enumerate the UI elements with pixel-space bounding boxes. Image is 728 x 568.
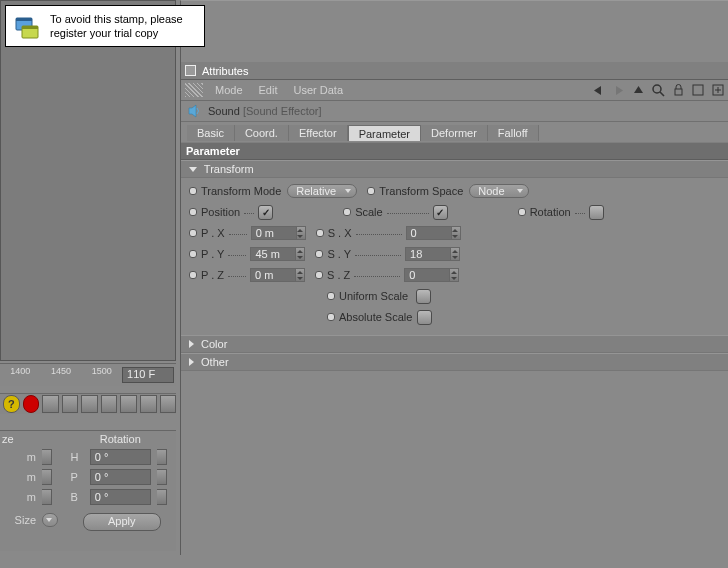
param-bullet[interactable] bbox=[189, 271, 197, 279]
group-other-label: Other bbox=[201, 356, 229, 368]
spinner-sz[interactable] bbox=[449, 268, 459, 282]
lock-icon[interactable] bbox=[671, 83, 685, 97]
tool-scale-icon[interactable] bbox=[62, 395, 79, 413]
mini-b-spinner[interactable] bbox=[157, 489, 167, 505]
combo-transform-space[interactable]: Node bbox=[469, 184, 529, 198]
current-frame-field[interactable]: 110 F bbox=[122, 367, 174, 383]
windows-icon bbox=[14, 16, 40, 42]
mini-p-spinner[interactable] bbox=[157, 469, 167, 485]
help-icon[interactable]: ? bbox=[3, 395, 20, 413]
group-other[interactable]: Other bbox=[181, 353, 728, 371]
tool-move-icon[interactable] bbox=[42, 395, 59, 413]
label-scale: Scale bbox=[355, 206, 383, 218]
mini-b-field[interactable]: 0 ° bbox=[90, 489, 151, 505]
param-bullet[interactable] bbox=[327, 313, 335, 321]
menu-edit[interactable]: Edit bbox=[251, 82, 286, 98]
object-name: Sound bbox=[208, 105, 240, 117]
attributes-titlebar[interactable]: Attributes bbox=[181, 62, 728, 80]
object-header[interactable]: Sound [Sound Effector] bbox=[181, 101, 728, 122]
param-bullet[interactable] bbox=[189, 187, 197, 195]
tab-parameter[interactable]: Parameter bbox=[348, 125, 421, 141]
nav-up-icon[interactable] bbox=[631, 83, 645, 97]
tick-1500: 1500 bbox=[81, 364, 122, 376]
svg-marker-2 bbox=[634, 86, 643, 93]
field-pz[interactable]: 0 m bbox=[250, 268, 296, 282]
tab-basic[interactable]: Basic bbox=[187, 125, 235, 141]
disclosure-right-icon bbox=[189, 358, 194, 366]
viewport-top-left[interactable] bbox=[0, 0, 176, 361]
record-icon[interactable] bbox=[23, 395, 40, 413]
combo-transform-mode[interactable]: Relative bbox=[287, 184, 357, 198]
check-rotation[interactable] bbox=[589, 205, 604, 220]
trial-stamp-line1: To avoid this stamp, please bbox=[50, 13, 183, 25]
mini-h-field[interactable]: 0 ° bbox=[90, 449, 151, 465]
tool-autokey-icon[interactable] bbox=[140, 395, 157, 413]
menu-mode[interactable]: Mode bbox=[207, 82, 251, 98]
newtag-icon[interactable] bbox=[691, 83, 705, 97]
field-sy[interactable]: 18 bbox=[405, 247, 451, 261]
timeline-ruler[interactable]: 1400 1450 1500 110 F bbox=[0, 363, 176, 386]
coordinates-mini-panel: ze Rotation m H 0 ° m P 0 ° m bbox=[0, 430, 176, 551]
param-bullet[interactable] bbox=[367, 187, 375, 195]
mini-size-combo[interactable] bbox=[42, 513, 58, 527]
field-py-value: 45 m bbox=[255, 248, 279, 260]
tab-row: Basic Coord. Effector Parameter Deformer… bbox=[181, 122, 728, 142]
group-transform[interactable]: Transform bbox=[181, 160, 728, 178]
object-kind: [Sound Effector] bbox=[243, 105, 322, 117]
mini-p-field[interactable]: 0 ° bbox=[90, 469, 151, 485]
apply-button[interactable]: Apply bbox=[83, 513, 161, 531]
field-sx[interactable]: 0 bbox=[406, 226, 452, 240]
nav-fwd-icon[interactable] bbox=[611, 83, 625, 97]
trial-stamp-line2: register your trial copy bbox=[50, 27, 158, 39]
nav-next-icon[interactable] bbox=[711, 83, 725, 97]
field-sz[interactable]: 0 bbox=[404, 268, 450, 282]
tool-grid-icon[interactable] bbox=[120, 395, 137, 413]
check-scale[interactable] bbox=[433, 205, 448, 220]
mini-size-hdr: ze bbox=[0, 431, 39, 447]
param-bullet[interactable] bbox=[315, 271, 323, 279]
check-position[interactable] bbox=[258, 205, 273, 220]
tab-coord[interactable]: Coord. bbox=[235, 125, 289, 141]
disclosure-right-icon bbox=[189, 340, 194, 348]
field-pz-value: 0 m bbox=[255, 269, 273, 281]
group-color[interactable]: Color bbox=[181, 335, 728, 353]
tab-falloff[interactable]: Falloff bbox=[488, 125, 539, 141]
mini-size-spinner-1[interactable] bbox=[42, 449, 52, 465]
field-py[interactable]: 45 m bbox=[250, 247, 296, 261]
tool-scene-icon[interactable] bbox=[160, 395, 177, 413]
tab-effector[interactable]: Effector bbox=[289, 125, 348, 141]
param-bullet[interactable] bbox=[327, 292, 335, 300]
param-bullet[interactable] bbox=[315, 250, 323, 258]
param-bullet[interactable] bbox=[189, 229, 197, 237]
spinner-px[interactable] bbox=[296, 226, 306, 240]
tool-param-icon[interactable] bbox=[101, 395, 118, 413]
svg-line-4 bbox=[660, 92, 664, 96]
menu-userdata[interactable]: User Data bbox=[286, 82, 352, 98]
field-px[interactable]: 0 m bbox=[251, 226, 297, 240]
mini-unit-2: m bbox=[0, 467, 39, 487]
mini-size-spinner-2[interactable] bbox=[42, 469, 52, 485]
field-px-value: 0 m bbox=[256, 227, 274, 239]
mini-rot-hdr: Rotation bbox=[87, 431, 154, 447]
check-uniform-scale[interactable] bbox=[416, 289, 431, 304]
param-bullet[interactable] bbox=[189, 250, 197, 258]
mini-h-label: H bbox=[67, 447, 86, 467]
panel-toggle-icon[interactable] bbox=[185, 65, 196, 76]
param-bullet[interactable] bbox=[189, 208, 197, 216]
sound-icon bbox=[188, 104, 202, 118]
tool-rotate-icon[interactable] bbox=[81, 395, 98, 413]
spinner-sy[interactable] bbox=[450, 247, 460, 261]
nav-back-icon[interactable] bbox=[591, 83, 605, 97]
param-bullet[interactable] bbox=[343, 208, 351, 216]
param-bullet[interactable] bbox=[316, 229, 324, 237]
mini-size-spinner-3[interactable] bbox=[42, 489, 52, 505]
grip-icon[interactable] bbox=[185, 83, 203, 97]
search-icon[interactable] bbox=[651, 83, 665, 97]
tab-deformer[interactable]: Deformer bbox=[421, 125, 488, 141]
mini-h-spinner[interactable] bbox=[157, 449, 167, 465]
spinner-py[interactable] bbox=[295, 247, 305, 261]
spinner-pz[interactable] bbox=[295, 268, 305, 282]
spinner-sx[interactable] bbox=[451, 226, 461, 240]
param-bullet[interactable] bbox=[518, 208, 526, 216]
check-absolute-scale[interactable] bbox=[417, 310, 432, 325]
